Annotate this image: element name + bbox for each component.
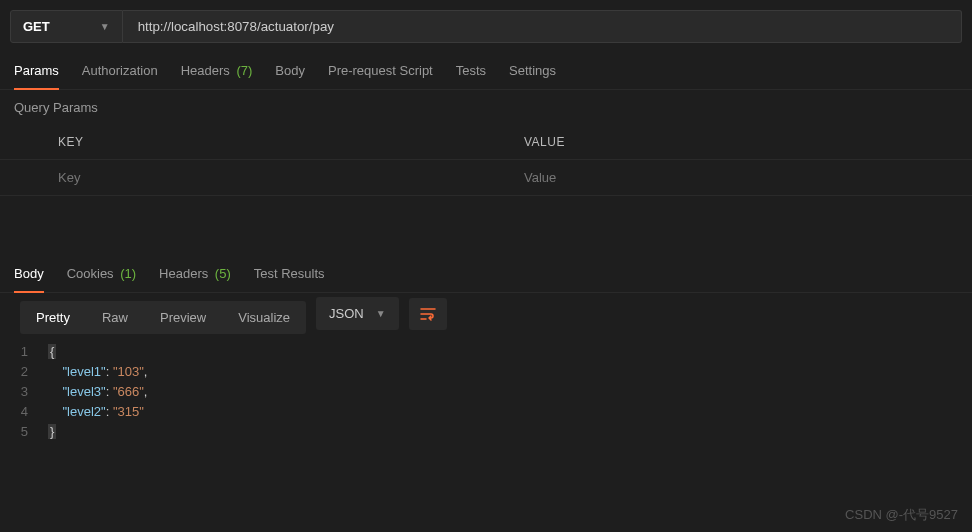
tab-headers[interactable]: Headers (7) — [181, 53, 253, 89]
tab-settings[interactable]: Settings — [509, 53, 556, 89]
view-visualize[interactable]: Visualize — [222, 301, 306, 334]
response-body: 1{2 "level1": "103",3 "level3": "666",4 … — [0, 334, 972, 450]
tab-body[interactable]: Body — [275, 53, 305, 89]
chevron-down-icon: ▼ — [376, 308, 386, 319]
tab-pre-request-script[interactable]: Pre-request Script — [328, 53, 433, 89]
query-params-header: Query Params — [0, 90, 972, 125]
url-input[interactable] — [123, 10, 962, 43]
tab-params[interactable]: Params — [14, 53, 59, 90]
watermark: CSDN @-代号9527 — [845, 506, 958, 524]
count-badge: (1) — [117, 266, 137, 281]
view-preview[interactable]: Preview — [144, 301, 222, 334]
resp-tab-body[interactable]: Body — [14, 256, 44, 293]
view-raw[interactable]: Raw — [86, 301, 144, 334]
method-label: GET — [23, 19, 50, 34]
wrap-button[interactable] — [409, 298, 447, 330]
col-key: KEY — [40, 125, 506, 160]
format-select[interactable]: JSON ▼ — [316, 297, 399, 330]
chevron-down-icon: ▼ — [100, 21, 110, 32]
view-pretty[interactable]: Pretty — [20, 301, 86, 334]
method-select[interactable]: GET ▼ — [10, 10, 123, 43]
resp-tab-test-results[interactable]: Test Results — [254, 256, 325, 292]
tab-tests[interactable]: Tests — [456, 53, 486, 89]
resp-tab-headers[interactable]: Headers (5) — [159, 256, 231, 292]
params-table: KEY VALUE — [0, 125, 972, 196]
col-value: VALUE — [506, 125, 972, 160]
count-badge: (5) — [211, 266, 231, 281]
key-input[interactable] — [58, 170, 488, 185]
table-row — [0, 160, 972, 196]
value-input[interactable] — [524, 170, 954, 185]
format-label: JSON — [329, 306, 364, 321]
count-badge: (7) — [233, 63, 253, 78]
tab-authorization[interactable]: Authorization — [82, 53, 158, 89]
resp-tab-cookies[interactable]: Cookies (1) — [67, 256, 136, 292]
